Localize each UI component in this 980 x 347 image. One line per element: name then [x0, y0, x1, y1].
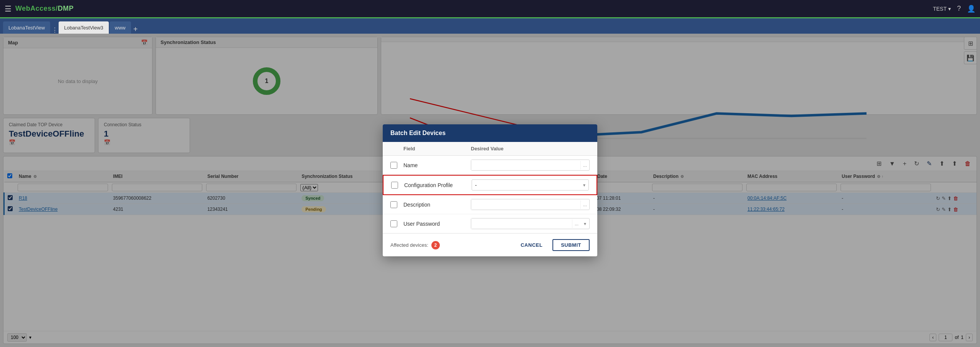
modal-description-label: Description: [403, 202, 465, 208]
tab-lobanatestview3[interactable]: LobanaTestView3: [59, 21, 108, 34]
modal-password-input-wrap: ... ▾: [471, 218, 590, 229]
modal-name-ellipsis[interactable]: ...: [580, 161, 589, 169]
modal-config-label: Configuration Profile: [404, 182, 465, 188]
modal-password-input[interactable]: [471, 218, 572, 229]
modal-password-row: User Password ... ▾: [383, 214, 597, 233]
modal-name-label: Name: [403, 162, 465, 168]
modal-overlay: Batch Edit Devices Field Desired Value N…: [0, 34, 980, 347]
modal-header: Batch Edit Devices: [383, 124, 597, 142]
modal-description-ellipsis[interactable]: ...: [580, 200, 589, 209]
main-content: ⊞ 💾 Map 📅 No data to display Synchroniza…: [0, 34, 980, 347]
tab-more-icon[interactable]: ⋮: [52, 26, 58, 34]
modal-name-row: Name ...: [383, 156, 597, 175]
modal-config-select[interactable]: -: [472, 180, 580, 190]
modal-password-label: User Password: [403, 221, 465, 227]
modal-field-header: Field: [403, 146, 465, 152]
env-selector[interactable]: TEST ▾: [933, 6, 951, 12]
modal-config-select-arrow[interactable]: ▾: [580, 181, 588, 189]
hamburger-icon[interactable]: ☰: [5, 4, 11, 13]
help-icon[interactable]: ?: [957, 5, 961, 13]
tab-www[interactable]: www: [110, 21, 131, 34]
modal-description-input[interactable]: [471, 199, 580, 210]
modal-description-checkbox[interactable]: [390, 201, 397, 208]
modal-submit-button[interactable]: SUBMIT: [552, 239, 590, 251]
affected-devices-info: Affected devices: 2: [390, 241, 511, 249]
modal-name-input-wrap: ...: [471, 160, 590, 171]
modal-password-checkbox[interactable]: [390, 220, 397, 227]
batch-edit-modal: Batch Edit Devices Field Desired Value N…: [383, 124, 597, 256]
modal-name-input[interactable]: [471, 160, 580, 170]
affected-count-badge: 2: [431, 241, 440, 249]
tab-bar: LobanaTestView ⋮ LobanaTestView3 www +: [0, 18, 980, 34]
modal-config-checkbox[interactable]: [391, 182, 398, 189]
modal-description-input-wrap: ...: [471, 199, 590, 210]
app-title: WebAccess/DMP: [15, 5, 74, 13]
modal-body: Field Desired Value Name ... Configurati…: [383, 142, 597, 233]
modal-header-row: Field Desired Value: [383, 142, 597, 156]
modal-cancel-button[interactable]: CANCEL: [515, 240, 548, 250]
modal-config-row: Configuration Profile - ▾: [383, 175, 597, 195]
modal-password-dropdown[interactable]: ▾: [581, 220, 589, 228]
user-icon[interactable]: 👤: [967, 5, 975, 13]
top-nav: ☰ WebAccess/DMP TEST ▾ ? 👤: [0, 0, 980, 18]
modal-value-header: Desired Value: [471, 146, 590, 152]
tab-lobanatestview[interactable]: LobanaTestView: [3, 21, 50, 34]
modal-footer: Affected devices: 2 CANCEL SUBMIT: [383, 233, 597, 256]
modal-config-select-wrap: - ▾: [472, 179, 589, 191]
modal-password-ellipsis[interactable]: ...: [572, 220, 581, 228]
modal-name-checkbox[interactable]: [390, 162, 397, 169]
tab-add-icon[interactable]: +: [133, 25, 138, 34]
modal-description-row: Description ...: [383, 195, 597, 214]
